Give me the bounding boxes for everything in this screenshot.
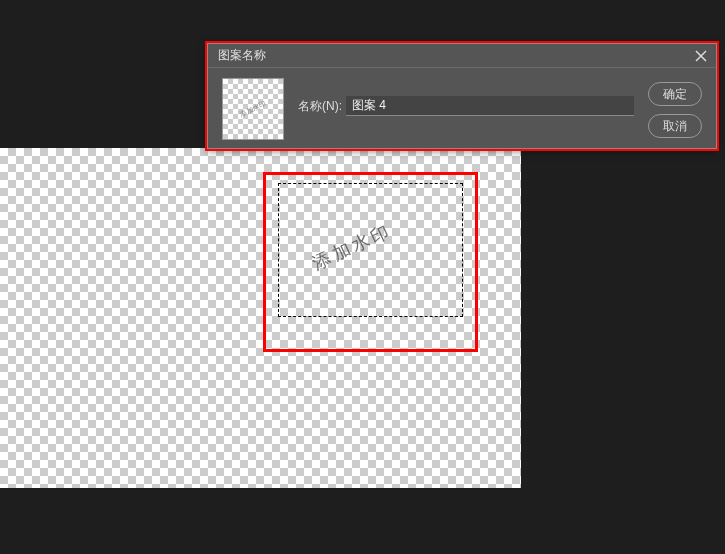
cancel-button[interactable]: 取消 <box>648 114 702 138</box>
dialog-titlebar[interactable]: 图案名称 <box>208 44 716 68</box>
pattern-preview: 添加水印 <box>222 78 284 140</box>
pattern-name-dialog: 图案名称 添加水印 名称(N): 确定 取消 <box>207 43 717 149</box>
name-row: 名称(N): <box>298 96 634 116</box>
dialog-body: 添加水印 名称(N): 确定 取消 <box>208 68 716 150</box>
ok-button[interactable]: 确定 <box>648 82 702 106</box>
canvas-area[interactable] <box>0 148 521 488</box>
dialog-buttons: 确定 取消 <box>648 82 702 138</box>
dialog-title: 图案名称 <box>218 47 266 64</box>
pattern-name-input[interactable] <box>346 96 634 116</box>
preview-inner-text: 添加水印 <box>238 99 268 120</box>
name-label: 名称(N): <box>298 98 342 115</box>
close-icon[interactable] <box>692 47 710 65</box>
